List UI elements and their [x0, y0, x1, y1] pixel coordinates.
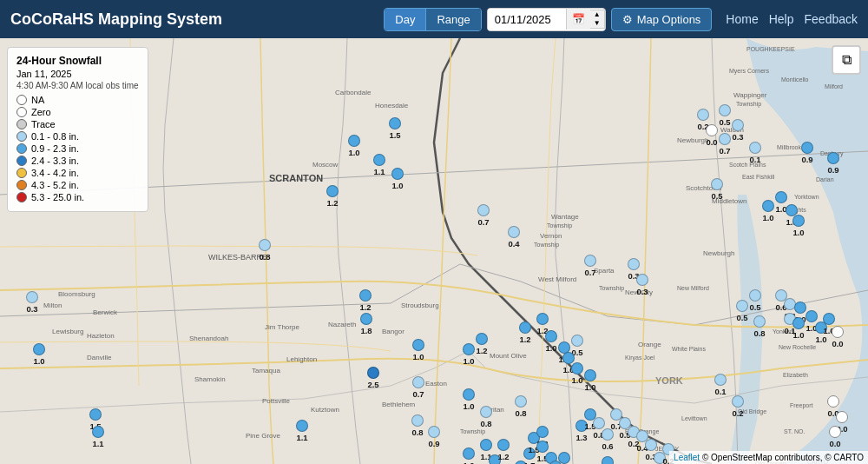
data-point[interactable]: 1.0 [792, 215, 805, 237]
data-point-value: 0.4 [508, 239, 519, 249]
data-point[interactable]: 0.5 [711, 178, 723, 201]
data-point[interactable]: 0.7 [719, 133, 731, 156]
svg-text:Milford: Milford [825, 83, 843, 89]
date-input[interactable] [488, 9, 566, 30]
svg-text:Township: Township [547, 222, 572, 229]
data-point[interactable]: 0.9 [428, 426, 440, 448]
data-point[interactable]: 0.5 [719, 104, 731, 127]
day-button[interactable]: Day [385, 9, 426, 30]
data-point[interactable]: 1.0 [463, 343, 475, 366]
data-point[interactable]: 1.2 [359, 289, 372, 312]
data-point-circle [367, 367, 379, 379]
svg-text:Bethlehem: Bethlehem [382, 401, 416, 408]
data-point[interactable]: 0.8 [411, 414, 424, 437]
svg-text:Carbondale: Carbondale [335, 89, 372, 96]
data-point[interactable]: 1.2 [519, 321, 531, 344]
data-point-circle [391, 168, 404, 180]
help-link[interactable]: Help [769, 12, 794, 26]
legend-item: Zero [16, 107, 139, 117]
data-point-value: 1.2 [497, 452, 509, 461]
data-point[interactable]: 0.5 [736, 300, 748, 322]
layer-toggle-button[interactable]: ⧉ [832, 45, 861, 75]
data-point-circle [348, 135, 360, 147]
data-point[interactable]: 1.1 [558, 452, 570, 464]
data-point[interactable]: 1.0 [545, 330, 557, 353]
date-down-arrow[interactable]: ▼ [590, 19, 604, 28]
data-point-value: 1.1 [373, 167, 385, 176]
data-point-circle [92, 426, 104, 438]
data-point[interactable]: 0.6 [602, 428, 614, 451]
legend-item: 0.9 - 2.3 in. [16, 143, 139, 154]
data-point[interactable]: 0.3 [636, 274, 648, 296]
data-point[interactable]: 1.0 [584, 369, 596, 392]
data-point[interactable]: 0.7 [477, 204, 490, 227]
data-point[interactable]: 1.0 [391, 168, 404, 190]
data-point[interactable]: 0.7 [584, 255, 596, 277]
home-link[interactable]: Home [726, 12, 758, 26]
map-container[interactable]: SCRANTON WILKES-BARRE YORK Honesdale Car… [0, 38, 868, 464]
data-point-circle [775, 191, 787, 203]
data-point[interactable]: 0.2 [732, 395, 744, 418]
data-point[interactable]: 0.9 [827, 152, 839, 175]
data-point[interactable]: 1.0 [412, 339, 424, 361]
data-point[interactable]: 0.9 [801, 142, 813, 164]
leaflet-link[interactable]: Leaflet [674, 453, 700, 462]
data-point-value: 0.5 [749, 302, 760, 312]
data-point[interactable]: 1.0 [571, 362, 583, 385]
data-point-circle [827, 395, 839, 408]
data-point[interactable]: 1.5 [389, 117, 401, 140]
data-point-circle [753, 315, 766, 328]
data-point-circle [719, 133, 731, 145]
data-point-circle [829, 426, 841, 438]
range-button[interactable]: Range [426, 9, 480, 30]
data-point[interactable]: 1.1 [92, 426, 104, 448]
svg-text:Hazleton: Hazleton [87, 332, 115, 340]
data-point[interactable]: 0.1 [749, 142, 761, 164]
date-arrows: ▲ ▼ [590, 10, 605, 29]
data-point[interactable]: 0.1 [714, 374, 727, 396]
data-point[interactable]: 0.4 [508, 226, 520, 249]
data-point-circle [749, 289, 761, 302]
data-point[interactable]: 1.0 [348, 135, 360, 157]
data-point[interactable]: 0.5 [749, 289, 761, 312]
data-point[interactable]: 0.0 [706, 124, 718, 147]
legend-item: 2.4 - 3.3 in. [16, 156, 139, 166]
data-point[interactable]: 1.2 [476, 333, 488, 355]
data-point[interactable]: 0.8 [259, 239, 271, 262]
data-point[interactable]: 1.0 [33, 343, 45, 366]
data-point[interactable]: 0.3 [26, 291, 38, 314]
data-point[interactable]: 1.0 [792, 317, 805, 340]
svg-text:Stroudsburg: Stroudsburg [401, 302, 439, 309]
legend-color-swatch [16, 168, 27, 178]
gear-icon: ⚙ [622, 13, 633, 26]
data-point-value: 0.1 [714, 387, 726, 396]
svg-text:YORK: YORK [655, 375, 683, 386]
svg-text:Kiryas Joel: Kiryas Joel [625, 355, 655, 361]
data-point[interactable]: 0.7 [412, 376, 424, 399]
data-point-circle [714, 374, 727, 386]
data-point[interactable]: 0.0 [829, 426, 841, 448]
feedback-link[interactable]: Feedback [805, 12, 858, 26]
data-point[interactable]: 0.8 [480, 406, 492, 428]
data-point[interactable]: 1.2 [497, 439, 510, 461]
data-point[interactable]: 1.0 [762, 200, 774, 222]
data-point-circle [545, 330, 557, 342]
svg-text:Wappinger: Wappinger [733, 91, 767, 99]
data-point[interactable]: 2.5 [367, 367, 379, 389]
date-up-arrow[interactable]: ▲ [590, 10, 604, 19]
data-point[interactable]: 1.0 [463, 447, 475, 464]
data-point[interactable]: 1.8 [360, 313, 372, 335]
data-point[interactable]: 0.0 [832, 326, 844, 348]
data-point-circle [412, 339, 424, 351]
data-point[interactable]: 0.8 [515, 395, 527, 418]
data-point-circle [536, 313, 549, 325]
map-options-button[interactable]: ⚙ Map Options [611, 8, 713, 31]
data-point[interactable]: 1.1 [296, 420, 308, 442]
data-point[interactable]: 1.1 [373, 154, 385, 176]
data-point[interactable]: 1.2 [602, 456, 614, 464]
calendar-button[interactable]: 📅 [566, 9, 590, 30]
data-point[interactable]: 1.2 [326, 185, 339, 208]
data-point[interactable]: 1.0 [463, 388, 475, 411]
data-point[interactable]: 0.3 [732, 119, 744, 142]
data-point[interactable]: 0.8 [753, 315, 766, 338]
